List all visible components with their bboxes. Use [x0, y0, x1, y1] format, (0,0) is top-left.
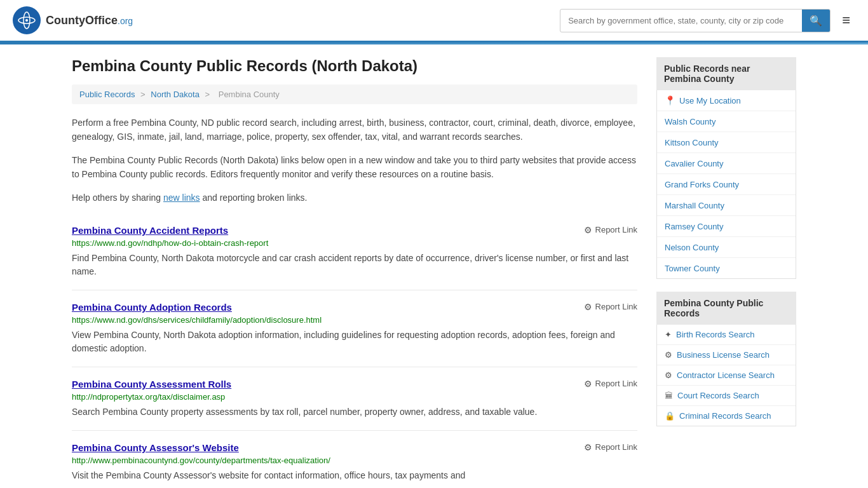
breadcrumb-public-records[interactable]: Public Records	[79, 90, 135, 99]
nearby-county-link-5[interactable]: Ramsey County	[665, 222, 723, 231]
public-record-link-1[interactable]: Business License Search	[677, 350, 770, 360]
search-bar: 🔍	[560, 9, 831, 32]
record-desc-3: Visit the Pembina County Assessor's webs…	[72, 469, 637, 482]
record-header: Pembina County Accident Reports ⚙ Report…	[72, 225, 637, 236]
pr-icon-4: 🔒	[665, 411, 675, 421]
record-desc-0: Find Pembina County, North Dakota motorc…	[72, 252, 637, 278]
record-url-0[interactable]: https://www.nd.gov/ndhp/how-do-i-obtain-…	[72, 238, 637, 248]
nearby-title: Public Records near Pembina County	[656, 57, 796, 90]
desc3-post: and reporting broken links.	[200, 193, 308, 203]
public-record-item: ⚙ Business License Search	[657, 345, 796, 365]
search-button[interactable]: 🔍	[802, 10, 830, 32]
nearby-county-item: Marshall County	[657, 195, 796, 216]
content-area: Pembina County Public Records (North Dak…	[72, 57, 637, 488]
nearby-county-item: Cavalier County	[657, 153, 796, 174]
new-links-link[interactable]: new links	[163, 193, 200, 203]
search-icon: 🔍	[810, 15, 822, 26]
public-records-list: ✦ Birth Records Search ⚙ Business Licens…	[656, 325, 796, 426]
record-url-3[interactable]: http://www.pembinacountynd.gov/county/de…	[72, 456, 637, 465]
pr-icon-1: ⚙	[665, 350, 672, 360]
report-icon-2: ⚙	[584, 379, 592, 389]
report-link-1[interactable]: ⚙ Report Link	[584, 302, 637, 312]
record-title-3[interactable]: Pembina County Assessor's Website	[72, 442, 239, 453]
public-record-link-3[interactable]: Court Records Search	[677, 391, 759, 400]
record-title-2[interactable]: Pembina County Assessment Rolls	[72, 379, 231, 390]
sidebar: Public Records near Pembina County 📍 Use…	[656, 57, 796, 488]
record-item: Pembina County Assessment Rolls ⚙ Report…	[72, 367, 637, 431]
pr-icon-3: 🏛	[665, 391, 673, 400]
nearby-county-link-0[interactable]: Walsh County	[665, 117, 715, 126]
nearby-county-item: Nelson County	[657, 237, 796, 258]
nearby-county-item: Towner County	[657, 258, 796, 278]
record-header: Pembina County Assessor's Website ⚙ Repo…	[72, 442, 637, 453]
record-header: Pembina County Adoption Records ⚙ Report…	[72, 302, 637, 313]
nearby-county-link-1[interactable]: Kittson County	[665, 138, 719, 147]
record-url-1[interactable]: https://www.nd.gov/dhs/services/childfam…	[72, 315, 637, 325]
record-desc-2: Search Pembina County property assessmen…	[72, 405, 637, 419]
breadcrumb-current: Pembina County	[219, 90, 280, 99]
record-url-2[interactable]: http://ndpropertytax.org/tax/disclaimer.…	[72, 392, 637, 402]
report-icon-3: ⚙	[584, 442, 592, 452]
breadcrumb-sep-1: >	[140, 90, 147, 99]
report-link-0[interactable]: ⚙ Report Link	[584, 225, 637, 235]
logo-area: CountyOffice.org	[13, 6, 133, 34]
report-icon-0: ⚙	[584, 225, 592, 235]
public-record-item: ⚙ Contractor License Search	[657, 365, 796, 386]
logo-text: CountyOffice.org	[46, 14, 133, 27]
public-record-item: ✦ Birth Records Search	[657, 325, 796, 345]
nearby-county-link-3[interactable]: Grand Forks County	[665, 180, 739, 189]
nearby-county-link-7[interactable]: Towner County	[665, 264, 720, 273]
description-2: The Pembina County Public Records (North…	[72, 153, 637, 182]
report-icon-1: ⚙	[584, 302, 592, 312]
location-icon: 📍	[665, 95, 675, 105]
record-desc-1: View Pembina County, North Dakota adopti…	[72, 329, 637, 355]
nearby-county-item: Kittson County	[657, 132, 796, 153]
nearby-county-link-6[interactable]: Nelson County	[665, 243, 719, 252]
nearby-counties-list: 📍 Use My Location Walsh CountyKittson Co…	[656, 90, 796, 279]
record-item: Pembina County Assessor's Website ⚙ Repo…	[72, 431, 637, 488]
description-3: Help others by sharing new links and rep…	[72, 191, 637, 205]
breadcrumb-sep-2: >	[205, 90, 212, 99]
nearby-county-link-2[interactable]: Cavalier County	[665, 159, 724, 168]
record-header: Pembina County Assessment Rolls ⚙ Report…	[72, 379, 637, 390]
pr-icon-0: ✦	[665, 330, 672, 339]
public-record-item: 🔒 Criminal Records Search	[657, 406, 796, 426]
desc3-pre: Help others by sharing	[72, 193, 163, 203]
header: CountyOffice.org 🔍 ≡	[0, 0, 868, 43]
nearby-county-item: Grand Forks County	[657, 174, 796, 195]
records-list: Pembina County Accident Reports ⚙ Report…	[72, 214, 637, 488]
public-records-title: Pembina County Public Records	[656, 292, 796, 325]
logo-icon	[13, 6, 41, 34]
record-title-0[interactable]: Pembina County Accident Reports	[72, 225, 228, 236]
public-record-item: 🏛 Court Records Search	[657, 386, 796, 406]
public-record-link-0[interactable]: Birth Records Search	[676, 330, 755, 339]
record-title-1[interactable]: Pembina County Adoption Records	[72, 302, 232, 313]
nearby-county-item: Ramsey County	[657, 216, 796, 237]
breadcrumb: Public Records > North Dakota > Pembina …	[72, 85, 637, 104]
menu-button[interactable]: ≡	[837, 10, 855, 31]
public-record-link-2[interactable]: Contractor License Search	[677, 370, 775, 380]
svg-point-3	[25, 19, 28, 22]
logo-name: CountyOffice	[46, 14, 118, 27]
record-item: Pembina County Accident Reports ⚙ Report…	[72, 214, 637, 290]
header-right: 🔍 ≡	[560, 9, 855, 32]
nearby-county-link-4[interactable]: Marshall County	[665, 201, 724, 210]
public-record-link-4[interactable]: Criminal Records Search	[679, 411, 771, 421]
pr-icon-2: ⚙	[665, 370, 672, 380]
report-link-2[interactable]: ⚙ Report Link	[584, 379, 637, 389]
search-input[interactable]	[560, 11, 802, 30]
logo-org: .org	[118, 16, 133, 26]
record-item: Pembina County Adoption Records ⚙ Report…	[72, 290, 637, 367]
use-my-location-link[interactable]: Use My Location	[679, 96, 741, 105]
breadcrumb-north-dakota[interactable]: North Dakota	[151, 90, 200, 99]
use-my-location-item[interactable]: 📍 Use My Location	[657, 90, 796, 111]
main-container: Pembina County Public Records (North Dak…	[53, 44, 815, 488]
page-title: Pembina County Public Records (North Dak…	[72, 57, 637, 75]
hamburger-icon: ≡	[842, 12, 850, 28]
report-link-3[interactable]: ⚙ Report Link	[584, 442, 637, 452]
description-1: Perform a free Pembina County, ND public…	[72, 116, 637, 144]
nearby-county-item: Walsh County	[657, 111, 796, 132]
